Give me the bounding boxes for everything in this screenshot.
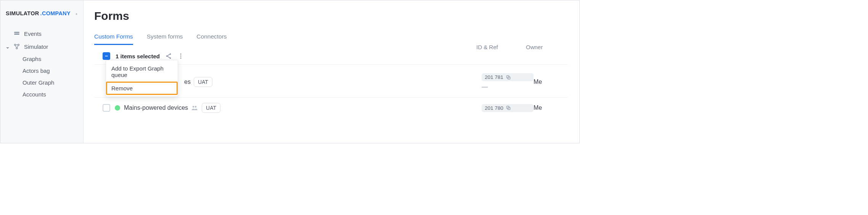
table-row[interactable]: Mains-powered devices UAT 201 780 Me bbox=[94, 97, 568, 118]
nav-sub-outer-graph[interactable]: Outer Graph bbox=[0, 77, 83, 88]
svg-point-9 bbox=[180, 53, 181, 55]
nav-label: Simulator bbox=[24, 43, 48, 50]
brand-part2: .COMPANY bbox=[40, 10, 71, 16]
svg-point-10 bbox=[180, 56, 181, 57]
svg-point-11 bbox=[180, 58, 181, 59]
nav-sub-actors-bag[interactable]: Actors bag bbox=[0, 65, 83, 77]
brand-part1: SIMULATOR bbox=[6, 10, 39, 16]
row-owner: Me bbox=[534, 104, 568, 111]
people-icon bbox=[191, 104, 198, 111]
events-icon bbox=[13, 30, 20, 37]
nav-list: Events Simulator Graphs Actors bag Outer… bbox=[0, 27, 83, 100]
svg-point-15 bbox=[195, 106, 197, 108]
svg-rect-1 bbox=[14, 34, 19, 35]
row-ref: — bbox=[482, 83, 534, 90]
row-id: 201 781 bbox=[485, 74, 503, 80]
caret-down-icon bbox=[6, 45, 10, 48]
col-owner-header[interactable]: Owner bbox=[526, 44, 560, 50]
copy-icon[interactable] bbox=[506, 105, 511, 111]
share-icon[interactable] bbox=[165, 53, 172, 59]
svg-point-14 bbox=[193, 106, 194, 108]
uat-tag[interactable]: UAT bbox=[202, 103, 220, 113]
row-name-suffix: es bbox=[184, 79, 191, 85]
nav-item-events[interactable]: Events bbox=[0, 27, 83, 40]
tab-custom-forms[interactable]: Custom Forms bbox=[94, 31, 133, 45]
copy-icon[interactable] bbox=[506, 75, 511, 80]
nav-item-simulator[interactable]: Simulator bbox=[0, 40, 83, 53]
bell-icon[interactable] bbox=[75, 10, 78, 16]
id-chip[interactable]: 201 780 bbox=[482, 104, 534, 112]
tab-connectors[interactable]: Connectors bbox=[196, 31, 227, 45]
svg-rect-0 bbox=[14, 32, 19, 33]
tabs: Custom Forms System forms Connectors bbox=[94, 31, 568, 45]
selection-count: 1 items selected bbox=[116, 53, 160, 59]
more-vertical-icon[interactable] bbox=[177, 53, 184, 59]
menu-item-remove[interactable]: Remove bbox=[106, 82, 178, 95]
row-id: 201 780 bbox=[485, 105, 503, 111]
status-dot-icon bbox=[115, 105, 120, 111]
page-title: Forms bbox=[94, 10, 568, 22]
tab-system-forms[interactable]: System forms bbox=[147, 31, 183, 45]
simulator-icon bbox=[13, 43, 20, 50]
sidebar: SIMULATOR .COMPANY Events Si bbox=[0, 0, 84, 143]
svg-rect-5 bbox=[105, 56, 108, 56]
nav-sub-graphs[interactable]: Graphs bbox=[0, 53, 83, 65]
nav-label: Events bbox=[24, 30, 42, 37]
row-checkbox[interactable] bbox=[103, 104, 110, 112]
id-chip[interactable]: 201 781 bbox=[482, 73, 534, 81]
brand-logo[interactable]: SIMULATOR .COMPANY bbox=[0, 10, 83, 16]
menu-item-add-to-export[interactable]: Add to Export Graph queue bbox=[106, 62, 178, 82]
list-header: ID & Ref Owner bbox=[476, 44, 568, 50]
row-owner: Me bbox=[534, 79, 568, 85]
uat-tag[interactable]: UAT bbox=[194, 77, 212, 87]
row-name: Mains-powered devices bbox=[124, 104, 188, 111]
col-id-header[interactable]: ID & Ref bbox=[476, 44, 526, 50]
nav-sub-accounts[interactable]: Accounts bbox=[0, 88, 83, 100]
select-all-checkbox-indeterminate[interactable] bbox=[103, 52, 110, 60]
context-menu: Add to Export Graph queue Remove bbox=[106, 60, 178, 97]
